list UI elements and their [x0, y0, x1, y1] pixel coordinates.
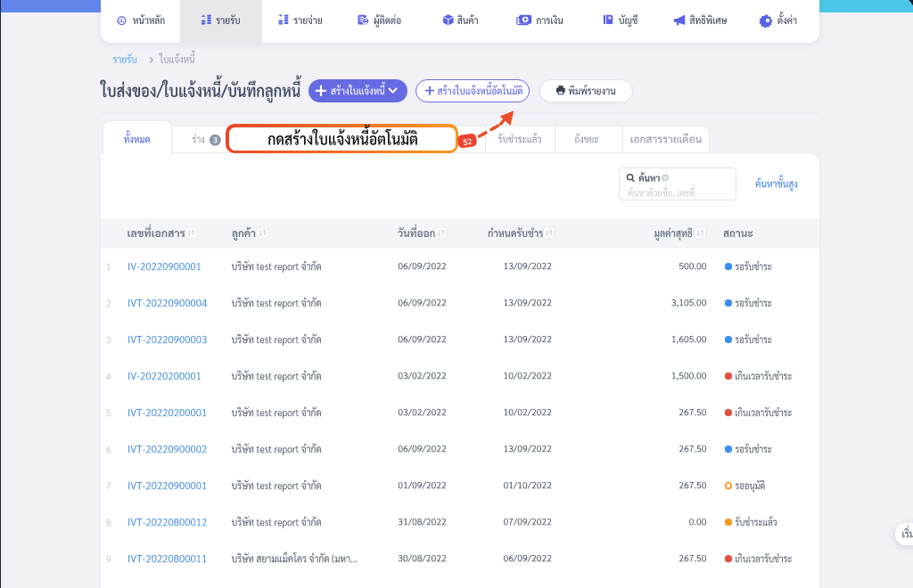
- svg-text:?: ?: [663, 175, 668, 183]
